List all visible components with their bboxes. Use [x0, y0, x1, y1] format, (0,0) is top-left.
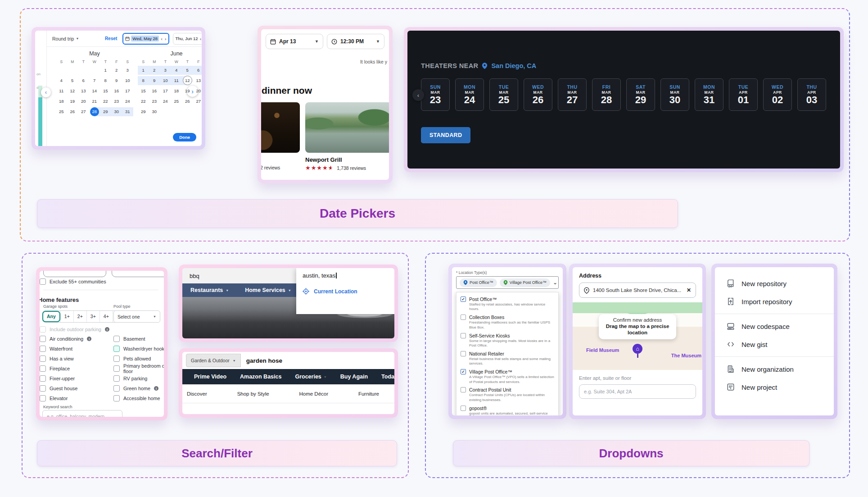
checkbox[interactable]: [461, 387, 466, 392]
filter-checkbox-row[interactable]: Basement: [113, 334, 164, 344]
calendar-day[interactable]: 5: [182, 65, 193, 75]
location-type-option[interactable]: ✓Village Post Office™A Village Post Offi…: [461, 369, 554, 384]
calendar-day[interactable]: 17: [122, 86, 133, 96]
checkbox[interactable]: [113, 336, 120, 342]
calendar-day[interactable]: 29: [138, 106, 149, 117]
checkbox[interactable]: [40, 395, 46, 401]
theater-date-tile[interactable]: WEDAPR02: [763, 78, 792, 111]
menu-item[interactable]: New codespace: [715, 317, 834, 335]
calendar-day[interactable]: 4: [171, 65, 182, 75]
calendar-day[interactable]: 10: [160, 75, 171, 86]
calendar-day[interactable]: 26: [182, 96, 193, 106]
garage-option[interactable]: 3+: [86, 311, 99, 322]
calendar-day[interactable]: 13: [78, 86, 89, 96]
calendar-day[interactable]: 11: [56, 86, 67, 96]
filter-button[interactable]: [43, 271, 106, 277]
search-input[interactable]: garden hose: [241, 354, 391, 367]
calendar-day[interactable]: 14: [89, 86, 100, 96]
map-preview[interactable]: Confirm new address Drag the map to a pr…: [573, 302, 702, 370]
location-type-option[interactable]: National RetailerRetail business that se…: [461, 351, 554, 366]
filter-checkbox-row[interactable]: Elevator: [43, 393, 113, 403]
checkbox[interactable]: [461, 333, 466, 338]
checkbox[interactable]: [40, 385, 46, 392]
option-row[interactable]: National Retailer: [461, 351, 554, 356]
theater-date-tile[interactable]: MONMAR31: [695, 78, 723, 111]
calendar-day[interactable]: 4: [56, 75, 67, 86]
calendar-day[interactable]: 12: [67, 86, 78, 96]
calendar-day[interactable]: 22: [138, 96, 149, 106]
calendar-day[interactable]: 28: [89, 106, 100, 117]
calendar-day[interactable]: 17: [160, 86, 171, 96]
option-row[interactable]: Self-Service Kiosks: [461, 333, 554, 338]
departure-date-field[interactable]: Wed, May 28 ‹ ›: [122, 33, 169, 45]
nav-item[interactable]: Groceries▼: [295, 374, 326, 380]
location-input[interactable]: austin, texas: [296, 268, 394, 279]
calendar-day[interactable]: 24: [122, 96, 133, 106]
location-type-option[interactable]: Contract Postal UnitContract Postal Unit…: [461, 387, 554, 402]
apt-input[interactable]: [579, 384, 696, 399]
nav-item[interactable]: Buy Again: [340, 374, 368, 380]
theater-date-tile[interactable]: MONMAR24: [455, 78, 484, 111]
calendar-day[interactable]: 13: [193, 75, 202, 86]
calendar-day[interactable]: 1: [100, 65, 111, 75]
checkbox[interactable]: [113, 356, 120, 362]
theater-date-tile[interactable]: TUEMAR25: [489, 78, 518, 111]
calendar-day[interactable]: 27: [78, 106, 89, 117]
selected-type-pill[interactable]: Post Office™: [460, 278, 497, 287]
garage-option[interactable]: Any: [42, 311, 60, 322]
menu-item[interactable]: New organization: [715, 360, 834, 378]
checkbox[interactable]: [40, 365, 46, 372]
calendar-day[interactable]: 6: [193, 65, 202, 75]
time-dropdown[interactable]: 12:30 PM ▼: [327, 34, 384, 49]
calendar-day[interactable]: 24: [160, 96, 171, 106]
option-row[interactable]: gopost®: [461, 406, 554, 411]
menu-item[interactable]: New repository: [715, 274, 834, 292]
standard-format-button[interactable]: STANDARD: [421, 127, 470, 143]
checkbox[interactable]: [40, 326, 46, 333]
theater-date-tile[interactable]: SATMAR29: [626, 78, 655, 111]
calendar-day[interactable]: 9: [149, 75, 160, 86]
filter-checkbox-row[interactable]: Air conditioningi: [43, 334, 113, 344]
filter-checkbox-row[interactable]: RV parking: [113, 374, 164, 383]
pool-type-select[interactable]: Select one ▼: [113, 310, 160, 323]
done-button[interactable]: Done: [173, 133, 196, 141]
filter-checkbox-row[interactable]: Waterfront: [43, 344, 113, 354]
calendar-day[interactable]: 26: [67, 106, 78, 117]
calendar-day[interactable]: 3: [160, 65, 171, 75]
calendar-day[interactable]: 11: [171, 75, 182, 86]
calendar-day[interactable]: 3: [122, 65, 133, 75]
chevron-left-icon[interactable]: ‹: [160, 36, 163, 41]
calendar-day[interactable]: 2: [149, 65, 160, 75]
filter-checkbox-row[interactable]: Primary bedroom on main floor: [113, 364, 164, 374]
garage-option[interactable]: 1+: [60, 311, 73, 322]
calendar-day[interactable]: 7: [89, 75, 100, 86]
return-date-field[interactable]: Thu, Jun 12 ‹ ›: [173, 33, 202, 45]
checkbox[interactable]: [113, 346, 120, 352]
location-type-option[interactable]: ✓Post Office™Staffed by retail associate…: [461, 296, 554, 312]
calendar-day[interactable]: 30: [111, 106, 122, 117]
theater-date-tile[interactable]: TUEAPR01: [729, 78, 758, 111]
location-type-option[interactable]: Collection BoxesFreestanding mailboxes s…: [461, 315, 554, 330]
city-link[interactable]: San Diego, CA: [491, 62, 536, 69]
nav-item[interactable]: Prime Video: [194, 374, 226, 380]
outdoor-parking-checkbox-row[interactable]: Include outdoor parking i: [43, 326, 109, 333]
calendar-day[interactable]: 8: [138, 75, 149, 86]
calendar-day[interactable]: 16: [111, 86, 122, 96]
checkbox[interactable]: [40, 346, 46, 352]
menu-item[interactable]: New gist: [715, 335, 834, 353]
chevron-right-icon[interactable]: ›: [164, 36, 167, 41]
subnav-item[interactable]: Shop by Style: [237, 391, 269, 397]
exclude-55-checkbox-row[interactable]: Exclude 55+ communities: [43, 278, 106, 285]
filter-checkbox-row[interactable]: Guest house: [43, 383, 113, 393]
calendar-day[interactable]: 25: [56, 106, 67, 117]
nav-item[interactable]: Home Services▼: [245, 287, 291, 293]
calendar-day[interactable]: 9: [111, 75, 122, 86]
theater-date-tile[interactable]: SUNMAR23: [421, 78, 450, 111]
checkbox[interactable]: ✓: [461, 369, 466, 374]
filter-checkbox-row[interactable]: Washer/dryer hookup: [113, 344, 164, 354]
address-input[interactable]: 1400 South Lake Shore Drive, Chica... ✕: [579, 283, 696, 298]
chevron-left-icon[interactable]: ‹: [199, 36, 202, 41]
selected-type-pill[interactable]: Village Post Office™: [500, 278, 550, 287]
garage-option[interactable]: 4+: [99, 311, 113, 322]
subnav-item[interactable]: Home Décor: [299, 391, 328, 397]
